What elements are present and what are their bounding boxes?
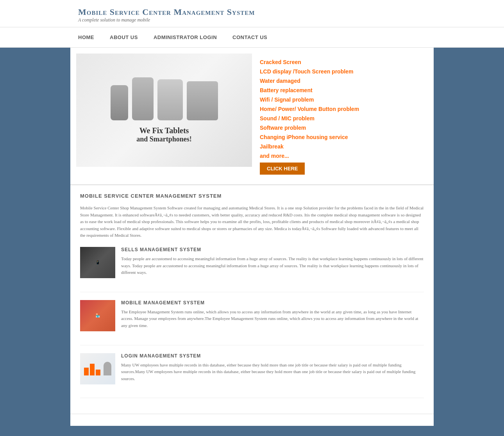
chart-bar-1 bbox=[84, 368, 89, 375]
service-button: Home/ Power/ Volume Button problem bbox=[260, 104, 420, 114]
banner-image: We Fix Tablets and Smartphones! bbox=[76, 54, 252, 179]
feature-sells-image: 📱 bbox=[80, 247, 115, 278]
service-battery: Battery replacement bbox=[260, 86, 420, 95]
feature-sells: 📱 SELLS MANAGEMENT SYSTEM Today people a… bbox=[80, 247, 424, 292]
feature-mobile-title: MOBILE MANAGEMENT SYSTEM bbox=[121, 300, 424, 306]
content-section: MOBILE SERVICE CENTER MANAGEMENT SYSTEM … bbox=[70, 184, 434, 414]
service-lcd: LCD display /Touch Screen problem bbox=[260, 67, 420, 76]
feature-login: LOGIN MANAGEMENT SYSTEM Many UW employee… bbox=[80, 353, 424, 398]
feature-login-description: Many UW employees have multiple records … bbox=[121, 362, 424, 382]
main-nav: HOME ABOUT US ADMINISTRATOR LOGIN CONTAC… bbox=[0, 27, 504, 48]
feature-mobile: 🏪 MOBILE MANAGEMENT SYSTEM The Employee … bbox=[80, 300, 424, 345]
nav-home[interactable]: HOME bbox=[70, 27, 102, 47]
service-more: and more... bbox=[260, 151, 420, 161]
nav-contact[interactable]: CONTACT US bbox=[225, 27, 275, 47]
phone-large bbox=[157, 79, 183, 120]
service-wifi: Wifi / Signal problem bbox=[260, 95, 420, 104]
service-water: Water damaged bbox=[260, 76, 420, 86]
tablet bbox=[187, 81, 218, 120]
content-section-title: MOBILE SERVICE CENTER MANAGEMENT SYSTEM bbox=[80, 193, 424, 199]
banner-overlay-text: We Fix Tablets and Smartphones! bbox=[136, 126, 192, 143]
feature-mobile-icon: 🏪 bbox=[95, 313, 100, 318]
footer bbox=[70, 414, 434, 426]
feature-sells-description: Today people are accustomed to accessing… bbox=[121, 256, 424, 276]
nav-admin-login[interactable]: ADMINISTRATOR LOGIN bbox=[146, 27, 225, 47]
feature-mobile-content: MOBILE MANAGEMENT SYSTEM The Employee Ma… bbox=[121, 300, 424, 337]
feature-login-title: LOGIN MANAGEMENT SYSTEM bbox=[121, 353, 424, 359]
fix-smartphones-text: and Smartphones! bbox=[136, 135, 192, 143]
chart-icon bbox=[80, 358, 115, 379]
click-here-button[interactable]: CLICK HERE bbox=[260, 163, 305, 175]
service-software: Software problem bbox=[260, 123, 420, 132]
site-subtitle: A complete solution to manage mobile bbox=[78, 17, 496, 23]
feature-sells-content: SELLS MANAGEMENT SYSTEM Today people are… bbox=[121, 247, 424, 284]
service-iphone-housing: Changing iPhone housing service bbox=[260, 132, 420, 142]
feature-sells-title: SELLS MANAGEMENT SYSTEM bbox=[121, 247, 424, 252]
banner-section: We Fix Tablets and Smartphones! Cracked … bbox=[70, 48, 434, 184]
chart-figure bbox=[104, 362, 111, 375]
feature-login-content: LOGIN MANAGEMENT SYSTEM Many UW employee… bbox=[121, 353, 424, 390]
service-jailbreak: Jailbreak bbox=[260, 142, 420, 151]
phone-display: We Fix Tablets and Smartphones! bbox=[76, 54, 252, 167]
chart-bar-3 bbox=[96, 370, 100, 375]
feature-mobile-description: The Employee Management System runs onli… bbox=[121, 309, 424, 329]
content-description: Mobile Service Center Shop Management Sy… bbox=[80, 205, 424, 239]
main-content: We Fix Tablets and Smartphones! Cracked … bbox=[70, 48, 434, 414]
nav-about[interactable]: ABOUT US bbox=[102, 27, 146, 47]
feature-mobile-image: 🏪 bbox=[80, 300, 115, 331]
chart-bar-2 bbox=[90, 364, 95, 375]
service-sound: Sound / MIC problem bbox=[260, 114, 420, 123]
services-list: Cracked Screen LCD display /Touch Screen… bbox=[260, 57, 420, 161]
site-title: Mobile Service Center Management System bbox=[78, 7, 496, 17]
phone-small bbox=[111, 85, 128, 120]
feature-sells-icon: 📱 bbox=[95, 260, 100, 264]
fix-tablets-text: We Fix Tablets bbox=[136, 126, 192, 135]
services-list-container: Cracked Screen LCD display /Touch Screen… bbox=[252, 54, 428, 179]
service-cracked-screen: Cracked Screen bbox=[260, 57, 420, 67]
phone-medium bbox=[132, 77, 154, 120]
phone-silhouettes bbox=[111, 77, 218, 120]
feature-login-image bbox=[80, 353, 115, 384]
